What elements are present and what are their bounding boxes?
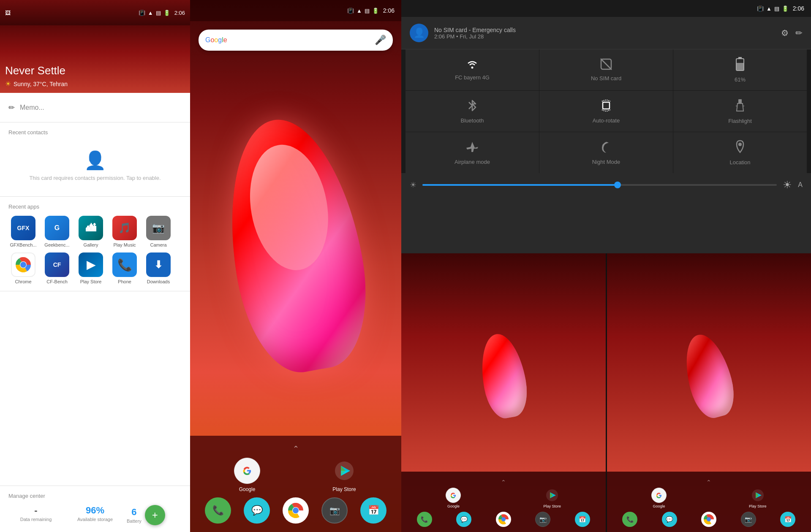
fab-add-button[interactable]: +: [145, 505, 165, 525]
tile-sim[interactable]: No SIM card: [539, 49, 673, 90]
app-chrome[interactable]: Chrome: [8, 252, 38, 284]
app-geekbench[interactable]: G Geekbenc...: [42, 216, 72, 247]
dock-camera[interactable]: 📷: [321, 497, 348, 524]
chrome-dock-svg: [288, 503, 303, 518]
app-label-music: Play Music: [110, 242, 139, 247]
screenshot-dock-left: ⌃ Google: [401, 472, 606, 532]
center-panel: 📳 ▲ ▤ 🔋 2:06 Google 🎤 ⌃: [190, 0, 401, 532]
app-gallery[interactable]: 🏙 Gallery: [76, 216, 106, 247]
dock-phone[interactable]: 📞: [205, 497, 231, 524]
airplane-tile-icon: [465, 140, 479, 155]
chat-icon-mini: 💬: [460, 516, 468, 523]
dock-chrome[interactable]: [283, 497, 309, 524]
left-panel: 🖼 📳 ▲ ▤ 🔋 2:06 Never Settle ☀ Sunny, 37°…: [0, 0, 190, 532]
tile-location[interactable]: Location: [673, 132, 807, 173]
mini-playstore-label-left: Play Store: [543, 504, 561, 508]
recent-contacts-label: Recent contacts: [8, 129, 182, 136]
mini-google-left[interactable]: Google: [446, 488, 461, 508]
dock-calendar[interactable]: 📅: [360, 497, 386, 524]
app-camera[interactable]: 📷 Camera: [144, 216, 173, 247]
center-status-icons: 📳 ▲ ▤ 🔋 2:06: [347, 7, 395, 14]
camera-icon-mini: 📷: [539, 516, 547, 523]
app-downloads-left[interactable]: ⬇ Downloads: [144, 252, 173, 284]
signal-icon-left: ▤: [156, 10, 161, 16]
app-icon-music: 🎵: [112, 216, 137, 240]
storage-label: Available storage: [68, 517, 122, 522]
phone-icon: 📞: [212, 505, 224, 516]
center-dock: ⌃ Google: [190, 436, 401, 532]
app-label-downloads-left: Downloads: [144, 279, 173, 284]
app-label-cfbench: CF-Bench: [42, 279, 72, 284]
tile-battery[interactable]: 61%: [673, 49, 807, 90]
settings-icon[interactable]: ⚙: [781, 28, 789, 38]
mini-abstract-left: [475, 331, 531, 421]
app-cfbench[interactable]: CF CF-Bench: [42, 252, 72, 284]
mini-google-right[interactable]: Google: [651, 488, 667, 508]
time-right: 2:06: [793, 5, 804, 12]
tile-wifi[interactable]: FC bayern 4G: [406, 49, 539, 90]
brightness-slider[interactable]: [422, 184, 777, 186]
manage-section: Manage center - Data remaining 96% Avail…: [0, 486, 190, 532]
battery-icon-left: 🔋: [163, 10, 170, 16]
vibrate-icon-center: 📳: [347, 8, 354, 14]
dock-messages[interactable]: 💬: [244, 497, 270, 524]
svg-point-10: [293, 508, 299, 513]
recent-apps-row2: Chrome CF CF-Bench ▶ Play Store 📞 Phone: [8, 252, 182, 284]
calendar-icon: 📅: [368, 505, 379, 516]
google-app-icon: [234, 458, 260, 484]
app-gfxbench[interactable]: GFX GFXBench...: [8, 216, 38, 247]
datetime-text: 2:06 PM • Fri, Jul 28: [434, 33, 516, 40]
svg-point-27: [501, 517, 506, 521]
auto-brightness-icon[interactable]: A: [798, 181, 803, 189]
center-google-app[interactable]: Google: [234, 458, 260, 492]
mini-google-svg-r: [654, 490, 664, 500]
phone-icon-mini: 📞: [421, 516, 428, 523]
flashlight-svg: [735, 98, 745, 113]
svg-point-33: [707, 517, 711, 521]
time-left: 2:06: [174, 10, 185, 16]
signal-icon-right: ▤: [774, 5, 779, 12]
app-play-music[interactable]: 🎵 Play Music: [110, 216, 139, 247]
manage-grid: - Data remaining 96% Available storage 6…: [8, 505, 182, 525]
battery-manage-item: 6 Battery +: [127, 505, 182, 525]
avatar-icon: 👤: [414, 27, 425, 38]
left-status-icon: 🖼: [5, 10, 11, 16]
dock-messages-icon: 💬: [244, 497, 270, 524]
contacts-empty[interactable]: 👤 This card requires contacts permission…: [8, 141, 182, 190]
app-playstore-left[interactable]: ▶ Play Store: [76, 252, 106, 284]
sim-tile-label: No SIM card: [591, 75, 621, 81]
tile-bluetooth[interactable]: Bluetooth: [406, 91, 539, 132]
mini-google-icon-right: [651, 488, 667, 503]
camera-icon: 📷: [329, 505, 340, 516]
tile-flashlight[interactable]: Flashlight: [673, 91, 807, 132]
app-icon-text: 🎵: [118, 222, 131, 234]
playstore-app-icon: [331, 458, 357, 484]
app-icon-phone: 📞: [112, 252, 137, 277]
flashlight-tile-icon: [735, 98, 745, 114]
screenshot-art-left: [401, 253, 606, 498]
screenshot-thumb-left: ⌃ Google: [401, 253, 606, 532]
tile-autorotate[interactable]: Auto-rotate: [539, 91, 673, 132]
app-phone-left[interactable]: 📞 Phone: [110, 252, 139, 284]
storage-item: 96% Available storage: [68, 505, 122, 525]
brightness-fill: [422, 184, 618, 186]
center-playstore-app[interactable]: Play Store: [331, 458, 357, 492]
app-icon-geekbench: G: [45, 216, 69, 240]
svg-rect-17: [603, 102, 610, 109]
weather-row: ☀ Sunny, 37°C, Tehran: [5, 80, 185, 88]
edit-icon[interactable]: ✏: [795, 28, 803, 38]
tile-nightmode[interactable]: Night Mode: [539, 132, 673, 173]
mini-chat-icon-right: 💬: [662, 512, 677, 527]
tile-airplane[interactable]: Airplane mode: [406, 132, 539, 173]
left-status-bar: 🖼 📳 ▲ ▤ 🔋 2:06: [0, 0, 190, 25]
dock-camera-icon: 📷: [321, 497, 348, 524]
app-icon-cfbench: CF: [45, 252, 69, 277]
never-settle-title: Never Settle: [5, 64, 185, 77]
calendar-icon-mini-r: 📅: [784, 516, 792, 523]
mini-playstore-left[interactable]: Play Store: [543, 488, 561, 508]
memo-section[interactable]: ✏ Memo...: [0, 93, 190, 122]
mini-abstract-right: [678, 329, 740, 422]
abstract-shape: [211, 109, 380, 381]
app-label-camera: Camera: [144, 242, 173, 247]
mini-playstore-right[interactable]: Play Store: [749, 488, 767, 508]
